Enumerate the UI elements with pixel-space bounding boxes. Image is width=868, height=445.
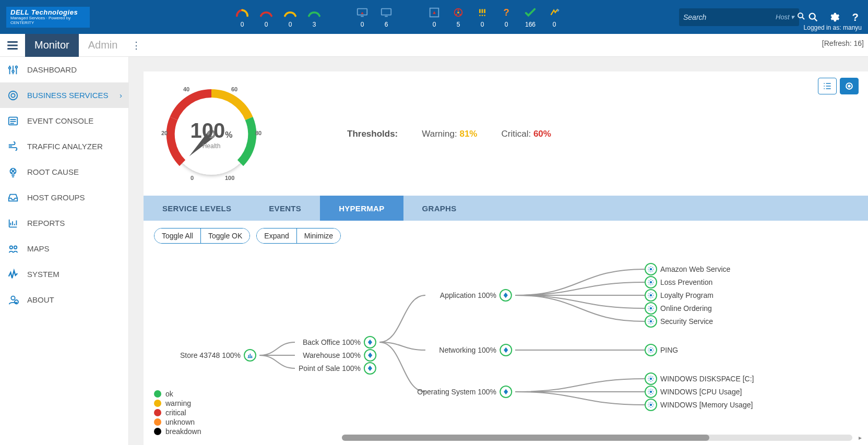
pulse-icon bbox=[6, 269, 20, 280]
node-icon[interactable] bbox=[500, 386, 512, 398]
status-down-flash-icon[interactable]: 0 bbox=[236, 6, 248, 28]
svg-point-13 bbox=[12, 70, 14, 72]
node-icon[interactable] bbox=[645, 315, 657, 328]
kebab-menu-icon[interactable]: ⋮ bbox=[131, 40, 141, 51]
sidebar-item-root-cause[interactable]: ROOT CAUSE bbox=[0, 159, 128, 185]
status-up-icon[interactable]: 3 bbox=[308, 6, 320, 28]
minimize-button[interactable]: Minimize bbox=[296, 228, 340, 243]
bulb-icon bbox=[6, 166, 20, 178]
sidebar-item-label: SYSTEM bbox=[27, 270, 60, 279]
status-unreach-icon[interactable]: 0 bbox=[284, 6, 296, 28]
node-icon[interactable] bbox=[645, 302, 657, 315]
hypermap-root[interactable]: Store 43748 100% bbox=[180, 349, 256, 362]
sidebar-item-dashboard[interactable]: DASHBOARD bbox=[0, 57, 128, 82]
expand-button[interactable]: Expand bbox=[257, 228, 296, 243]
sidebar-item-traffic-analyzer[interactable]: TRAFFIC ANALYZER bbox=[0, 134, 128, 159]
global-search-icon[interactable] bbox=[806, 10, 820, 24]
hamburger-icon[interactable] bbox=[0, 34, 25, 57]
status-svc-crit-icon[interactable]: 0 bbox=[428, 6, 441, 28]
status-sys-up-icon[interactable]: 6 bbox=[380, 6, 393, 28]
horizontal-scrollbar[interactable]: ▸ bbox=[342, 435, 852, 441]
scroll-right-arrow-icon[interactable]: ▸ bbox=[859, 434, 862, 441]
sidebar-item-maps[interactable]: MAPS bbox=[0, 236, 128, 261]
mode-tabs: MonitorAdmin bbox=[25, 34, 127, 57]
subtab-graphs[interactable]: GRAPHS bbox=[403, 196, 475, 221]
node-label: WINDOWS DISKSPACE [C:] bbox=[660, 375, 754, 383]
status-svc-extra-icon[interactable]: 0 bbox=[548, 6, 561, 28]
node-icon[interactable] bbox=[500, 289, 512, 302]
search-input[interactable] bbox=[683, 13, 776, 21]
chart-icon bbox=[6, 218, 20, 229]
help-icon[interactable]: ? bbox=[848, 10, 862, 24]
hypermap-app-4[interactable]: Security Service bbox=[645, 315, 713, 328]
hypermap-app-0[interactable]: Amazon Web Service bbox=[645, 263, 730, 275]
subtab-events[interactable]: EVENTS bbox=[250, 196, 320, 221]
node-icon[interactable] bbox=[364, 336, 376, 348]
mode-tab-monitor[interactable]: Monitor bbox=[25, 34, 79, 57]
node-icon[interactable] bbox=[244, 349, 256, 362]
status-svc-unk-icon[interactable]: ? 0 bbox=[500, 6, 513, 28]
status-svc-rad-count: 5 bbox=[457, 21, 460, 28]
sidebar-item-system[interactable]: SYSTEM bbox=[0, 261, 128, 287]
hypermap-os-1[interactable]: WINDOWS [CPU Usage] bbox=[645, 386, 742, 398]
search-scope-select[interactable]: Host▾ bbox=[776, 13, 794, 21]
node-icon[interactable] bbox=[645, 263, 657, 275]
search-box[interactable]: Host▾ bbox=[679, 8, 799, 26]
node-icon[interactable] bbox=[645, 386, 657, 398]
refresh-status: [Refresh: 16] bbox=[822, 39, 864, 47]
hypermap-app-3[interactable]: Online Ordering bbox=[645, 302, 712, 315]
sidebar-item-host-groups[interactable]: HOST GROUPS bbox=[0, 185, 128, 210]
hypermap-app-1[interactable]: Loss Prevention bbox=[645, 276, 712, 288]
node-icon[interactable] bbox=[500, 344, 512, 356]
gauge-center: 100% Health bbox=[191, 119, 233, 150]
subtab-hypermap[interactable]: HYPERMAP bbox=[320, 196, 403, 221]
top-bar: DELL Technologies Managed Services · Pow… bbox=[0, 0, 868, 34]
status-svc-rad-icon[interactable]: 5 bbox=[452, 6, 465, 28]
legend-unknown: unknown bbox=[154, 418, 201, 426]
sidebar-item-about[interactable]: ABOUT bbox=[0, 287, 128, 312]
node-icon[interactable] bbox=[364, 362, 376, 375]
svg-rect-31 bbox=[251, 356, 252, 358]
svg-rect-0 bbox=[358, 8, 367, 15]
hypermap-l3-1[interactable]: Networking 100% bbox=[439, 344, 512, 356]
hypermap-l3-2[interactable]: Operating System 100% bbox=[417, 386, 512, 398]
svg-text:?: ? bbox=[503, 7, 509, 18]
settings-gear-icon[interactable] bbox=[827, 10, 841, 24]
node-icon[interactable] bbox=[645, 399, 657, 411]
brand-logo: DELL Technologies Managed Services · Pow… bbox=[6, 7, 90, 28]
node-icon[interactable] bbox=[645, 276, 657, 288]
search-submit-icon[interactable] bbox=[796, 11, 806, 23]
status-sys-down-icon[interactable]: 0 bbox=[356, 6, 368, 28]
subtab-service-levels[interactable]: SERVICE LEVELS bbox=[144, 196, 250, 221]
scrollbar-thumb[interactable] bbox=[342, 435, 709, 441]
svg-point-4 bbox=[457, 11, 459, 14]
logged-in-user: Logged in as: manyu bbox=[804, 24, 862, 31]
hypermap-l2-0[interactable]: Back Office 100% bbox=[303, 336, 376, 348]
hypermap-l3-0[interactable]: Application 100% bbox=[440, 289, 512, 302]
sliders-icon bbox=[6, 64, 20, 76]
status-svc-warn-icon[interactable]: 0 bbox=[476, 6, 489, 28]
hypermap-net-0[interactable]: PING bbox=[645, 344, 678, 356]
node-icon[interactable] bbox=[645, 289, 657, 302]
hypermap-app-2[interactable]: Loyalty Program bbox=[645, 289, 714, 302]
hypermap-l2-1[interactable]: Warehouse 100% bbox=[303, 349, 376, 362]
sidebar-item-label: ABOUT bbox=[27, 295, 54, 304]
toggle-all-button[interactable]: Toggle All bbox=[154, 228, 200, 243]
hypermap-os-2[interactable]: WINDOWS [Memory Usage] bbox=[645, 399, 753, 411]
hypermap-canvas[interactable]: Store 43748 100%Back Office 100%Warehous… bbox=[154, 251, 858, 428]
toggle-ok-button[interactable]: Toggle OK bbox=[200, 228, 249, 243]
hypermap-l2-2[interactable]: Point of Sale 100% bbox=[299, 362, 376, 375]
node-icon[interactable] bbox=[364, 349, 376, 362]
node-icon[interactable] bbox=[645, 372, 657, 385]
sidebar-item-event-console[interactable]: EVENT CONSOLE bbox=[0, 108, 128, 134]
status-svc-ok-icon[interactable]: 166 bbox=[524, 6, 537, 28]
hypermap-os-0[interactable]: WINDOWS DISKSPACE [C:] bbox=[645, 372, 754, 385]
node-icon[interactable] bbox=[645, 344, 657, 356]
svg-point-37 bbox=[650, 349, 652, 352]
status-down-icon[interactable]: 0 bbox=[260, 6, 272, 28]
mode-tab-admin[interactable]: Admin bbox=[79, 34, 127, 57]
sidebar-item-reports[interactable]: REPORTS bbox=[0, 210, 128, 236]
top-right-controls: Host▾ ? bbox=[679, 8, 862, 26]
sidebar-item-business-services[interactable]: BUSINESS SERVICES › bbox=[0, 82, 128, 108]
node-label: WINDOWS [CPU Usage] bbox=[660, 388, 742, 396]
